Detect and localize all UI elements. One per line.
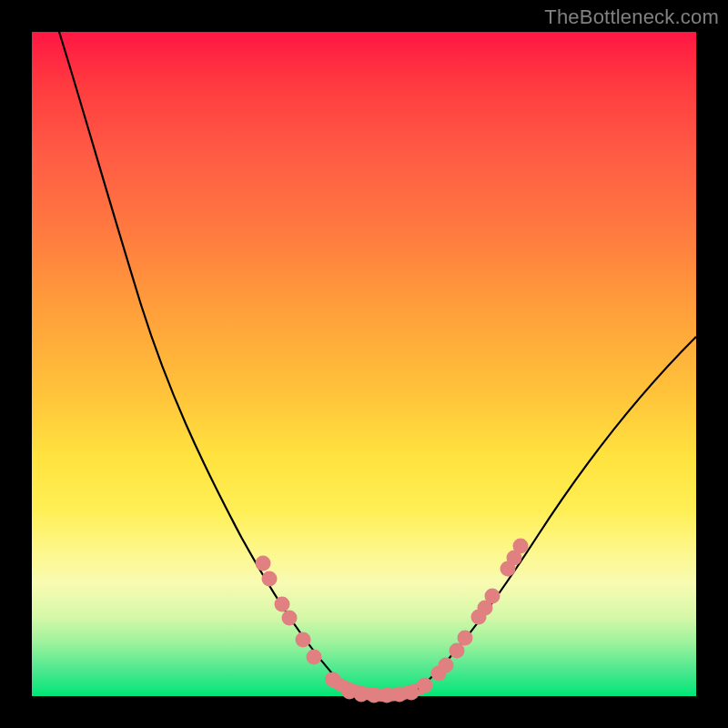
data-dot: [326, 672, 341, 688]
data-dot: [439, 658, 454, 673]
data-dot: [418, 678, 433, 693]
data-dot: [256, 556, 271, 571]
data-dot: [404, 685, 420, 701]
dot-group: [256, 539, 529, 703]
data-dot: [262, 571, 278, 587]
data-dot: [458, 631, 473, 646]
data-dot: [513, 539, 529, 554]
data-dot: [485, 589, 500, 604]
data-dot: [307, 650, 322, 665]
outer-frame: TheBottleneck.com: [0, 0, 728, 728]
data-dot: [275, 597, 290, 612]
data-dot: [450, 643, 465, 659]
watermark-text: TheBottleneck.com: [544, 5, 719, 29]
data-dot: [296, 632, 311, 648]
curve-svg: [32, 32, 696, 696]
curve-right: [414, 337, 696, 693]
curve-left: [59, 32, 349, 693]
data-dot: [282, 611, 298, 626]
